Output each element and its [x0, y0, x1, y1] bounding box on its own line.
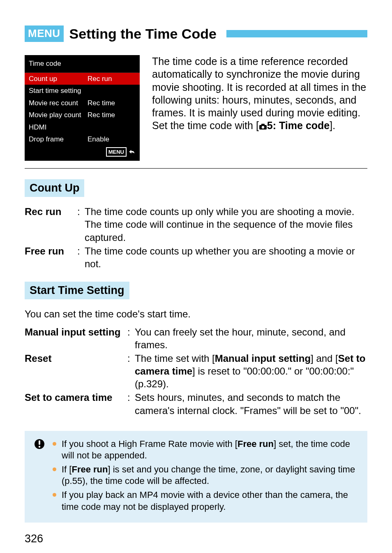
- definition-row: Manual input setting:You can freely set …: [25, 326, 367, 351]
- menu-badge: MENU: [25, 25, 64, 42]
- definition-desc: The time code counts up whether you are …: [85, 245, 367, 270]
- definition-term: Rec run: [25, 205, 77, 244]
- definition-row: Free run:The time code counts up whether…: [25, 245, 367, 270]
- camera-menu-row-label: Movie play count: [29, 110, 88, 120]
- section-count-up: Count Up: [25, 179, 84, 197]
- camera-menu-row: Drop frameEnable: [25, 133, 140, 146]
- section-start-time: Start Time Setting: [25, 282, 129, 299]
- camera-menu-screenshot: Time code Count upRec runStart time sett…: [25, 55, 140, 161]
- definition-term: Set to camera time: [25, 391, 127, 416]
- svg-rect-4: [39, 440, 40, 445]
- definition-row: Set to camera time:Sets hours, minutes, …: [25, 391, 367, 416]
- definition-desc: Sets hours, minutes, and seconds to matc…: [135, 391, 367, 416]
- svg-point-2: [262, 126, 264, 129]
- note-item: If [Free run] is set and you change the …: [53, 464, 358, 487]
- caution-icon: [34, 438, 46, 515]
- definition-term: Reset: [25, 352, 127, 391]
- camera-menu-row-value: [88, 122, 136, 133]
- intro-paragraphs: The time code is a time reference record…: [152, 55, 367, 161]
- camera-menu-row-value: Rec run: [88, 74, 136, 84]
- definition-colon: :: [77, 245, 85, 270]
- note-item: If you play back an MP4 movie with a dev…: [53, 489, 358, 512]
- camera-menu-row-label: Movie rec count: [29, 98, 88, 109]
- camera-menu-title: Time code: [25, 55, 140, 73]
- back-arrow-icon: [128, 149, 136, 155]
- camera-menu-row-label: Drop frame: [29, 134, 88, 145]
- definition-row: Rec run:The time code counts up only whi…: [25, 205, 367, 244]
- camera-menu-row-value: [88, 86, 136, 96]
- start-time-intro: You can set the time code's start time.: [25, 308, 367, 320]
- definition-colon: :: [127, 326, 135, 351]
- camera-menu-footer-label: MENU: [106, 147, 127, 157]
- camera-menu-row-label: Start time setting: [29, 86, 88, 96]
- camera-menu-row-value: Enable: [88, 134, 136, 145]
- camera-menu-row: Movie play countRec time: [25, 109, 140, 121]
- camera-menu-row-value: Rec time: [88, 110, 136, 120]
- camera-icon: [259, 120, 267, 133]
- camera-menu-row-label: Count up: [29, 74, 88, 84]
- definition-term: Free run: [25, 245, 77, 270]
- definition-colon: :: [127, 391, 135, 416]
- camera-menu-row-value: Rec time: [88, 98, 136, 109]
- definition-colon: :: [127, 352, 135, 391]
- page-number: 326: [25, 532, 367, 546]
- camera-menu-row: Count upRec run: [25, 73, 140, 85]
- definition-colon: :: [77, 205, 85, 244]
- camera-menu-row: Start time setting: [25, 85, 140, 97]
- page-title: Setting the Time Code: [69, 25, 217, 43]
- definition-desc: The time set with [Manual input setting]…: [135, 352, 367, 391]
- svg-rect-1: [261, 124, 265, 125]
- camera-menu-footer: MENU: [25, 146, 140, 161]
- definition-desc: The time code counts up only while you a…: [85, 205, 367, 244]
- definition-term: Manual input setting: [25, 326, 127, 351]
- svg-point-5: [39, 446, 40, 447]
- page-title-row: MENU Setting the Time Code: [25, 25, 367, 43]
- caution-note-box: If you shoot a High Frame Rate movie wit…: [25, 431, 367, 523]
- note-item: If you shoot a High Frame Rate movie wit…: [53, 438, 358, 461]
- definition-row: Reset:The time set with [Manual input se…: [25, 352, 367, 391]
- title-accent-bar: [226, 30, 367, 37]
- intro-p1: The time code is a time reference record…: [152, 55, 367, 119]
- camera-menu-row: Movie rec countRec time: [25, 97, 140, 109]
- camera-menu-row: HDMI: [25, 121, 140, 134]
- definition-desc: You can freely set the hour, minute, sec…: [135, 326, 367, 351]
- camera-menu-row-label: HDMI: [29, 122, 88, 133]
- intro-p2: Set the time code with [5: Time code].: [152, 119, 367, 133]
